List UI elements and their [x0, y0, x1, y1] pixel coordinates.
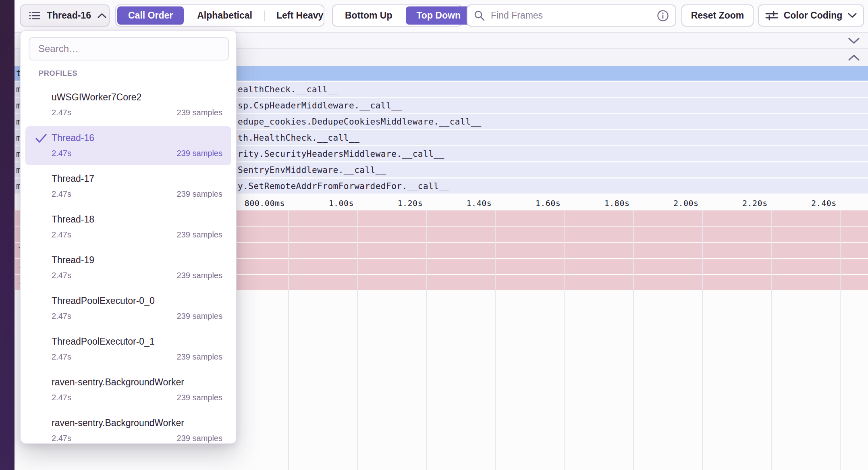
profile-name: uWSGIWorker7Core2 — [52, 92, 222, 103]
profile-option[interactable]: ThreadPoolExecutor-0_0 2.47s 239 samples — [21, 291, 236, 331]
time-axis-tick: 1.20s — [397, 198, 423, 209]
profile-option[interactable]: Thread-18 2.47s 239 samples — [21, 209, 236, 250]
direction-segment[interactable]: Bottom Up — [333, 5, 405, 26]
profile-samples: 239 samples — [177, 108, 222, 117]
profile-name: Thread-17 — [52, 173, 222, 184]
time-gridline — [357, 210, 358, 470]
chevron-up-icon[interactable] — [848, 54, 860, 61]
time-axis-tick: 800.00ms — [245, 198, 285, 209]
profile-samples: 239 samples — [177, 189, 222, 199]
sort-segment[interactable]: Left Heavy — [264, 5, 335, 26]
profile-samples: 239 samples — [177, 230, 222, 239]
find-frames-search — [467, 4, 676, 27]
frame-text: SentryEnvMiddleware.__call__ — [238, 165, 386, 175]
time-gridline — [288, 210, 289, 470]
profile-duration: 2.47s — [52, 108, 71, 117]
info-icon[interactable] — [657, 10, 669, 22]
profile-samples: 239 samples — [177, 352, 222, 362]
profile-option[interactable]: raven-sentry.BackgroundWorker 2.47s 239 … — [21, 413, 236, 453]
profile-option[interactable]: ThreadPoolExecutor-0_1 2.47s 239 samples — [21, 331, 236, 372]
time-axis-tick: 2.20s — [742, 198, 768, 209]
profile-duration: 2.47s — [52, 189, 71, 199]
profile-option[interactable]: Thread-17 2.47s 239 samples — [21, 168, 236, 209]
reset-zoom-button[interactable]: Reset Zoom — [681, 4, 754, 27]
profile-samples: 239 samples — [177, 271, 222, 280]
thread-selector-button[interactable]: Thread-16 — [20, 4, 110, 27]
frame-text: sp.CspHeaderMiddleware.__call__ — [238, 101, 402, 110]
frame-text: ealthCheck.__call__ — [238, 85, 338, 94]
time-axis-tick: 2.00s — [673, 198, 699, 209]
profile-duration: 2.47s — [52, 230, 71, 239]
profile-duration: 2.47s — [52, 352, 71, 362]
profile-samples: 239 samples — [177, 312, 222, 321]
search-icon — [474, 10, 485, 21]
list-icon — [29, 11, 40, 21]
chevron-down-icon[interactable] — [848, 37, 860, 44]
sliders-icon — [765, 10, 778, 21]
profile-duration: 2.47s — [52, 312, 71, 321]
flamegraph-toolbar: Thread-16 Call OrderAlphabeticalLeft Hea… — [15, 0, 868, 32]
time-gridline — [564, 210, 565, 470]
sort-segmented-control: Call OrderAlphabeticalLeft Heavy — [115, 4, 324, 27]
profile-samples: 239 samples — [177, 393, 222, 402]
time-axis-tick: 1.00s — [328, 198, 354, 209]
profile-name: ThreadPoolExecutor-0_0 — [52, 295, 222, 306]
chevron-down-icon — [848, 13, 857, 18]
time-axis-tick: 1.60s — [536, 198, 561, 209]
profile-duration: 2.47s — [52, 149, 71, 158]
time-gridline — [771, 210, 772, 470]
profile-name: Thread-18 — [52, 214, 222, 225]
sort-segment[interactable]: Call Order — [117, 6, 184, 25]
profile-samples: 239 samples — [177, 149, 222, 158]
profile-samples: 239 samples — [177, 434, 222, 443]
time-gridline — [633, 210, 634, 470]
time-gridline — [702, 210, 703, 470]
time-axis-tick: 1.40s — [467, 198, 492, 209]
app-sidebar-strip — [0, 0, 15, 470]
time-gridline — [840, 210, 841, 470]
profile-duration: 2.47s — [52, 271, 71, 280]
frame-text: y.SetRemoteAddrFromForwardedFor.__call__ — [238, 181, 450, 191]
time-gridline — [426, 210, 427, 470]
checkmark-icon — [35, 133, 47, 143]
profile-option[interactable]: Thread-19 2.47s 239 samples — [21, 250, 236, 291]
chevron-up-icon — [98, 13, 106, 18]
profile-name: raven-sentry.BackgroundWorker — [52, 377, 222, 388]
direction-segment[interactable]: Top Down — [406, 6, 471, 25]
direction-segmented-control: Bottom UpTop Down — [332, 4, 462, 27]
frame-text: edupe_cookies.DedupeCookiesMiddleware.__… — [238, 117, 482, 127]
profile-duration: 2.47s — [52, 393, 71, 402]
dropdown-search-input[interactable] — [38, 43, 219, 54]
time-axis-tick: 1.80s — [604, 198, 630, 209]
profile-name: ThreadPoolExecutor-0_1 — [52, 336, 222, 347]
profile-option[interactable]: Thread-16 2.47s 239 samples — [21, 128, 236, 168]
profile-name: Thread-19 — [52, 255, 222, 266]
profile-name: raven-sentry.BackgroundWorker — [52, 418, 222, 428]
color-coding-button[interactable]: Color Coding — [758, 4, 864, 27]
profiles-section-label: PROFILES — [39, 69, 77, 78]
color-coding-label: Color Coding — [784, 10, 843, 21]
profile-option[interactable]: raven-sentry.BackgroundWorker 2.47s 239 … — [21, 372, 236, 413]
reset-zoom-label: Reset Zoom — [691, 10, 744, 21]
profile-dropdown: PROFILES uWSGIWorker7Core2 2.47s 239 sam… — [20, 30, 237, 444]
time-gridline — [495, 210, 496, 470]
dropdown-search — [29, 37, 229, 60]
profile-name: Thread-16 — [52, 133, 222, 143]
find-frames-input[interactable] — [491, 10, 651, 21]
profile-list: uWSGIWorker7Core2 2.47s 239 samples Thre… — [21, 87, 236, 453]
sort-segment[interactable]: Alphabetical — [185, 5, 264, 26]
profile-duration: 2.47s — [52, 434, 71, 443]
time-axis-tick: 2.40s — [811, 198, 837, 209]
frame-text: rity.SecurityHeadersMiddleware.__call__ — [238, 149, 444, 159]
profile-option[interactable]: uWSGIWorker7Core2 2.47s 239 samples — [21, 87, 236, 128]
frame-text: th.HealthCheck.__call__ — [238, 133, 359, 143]
thread-selector-label: Thread-16 — [47, 10, 91, 21]
